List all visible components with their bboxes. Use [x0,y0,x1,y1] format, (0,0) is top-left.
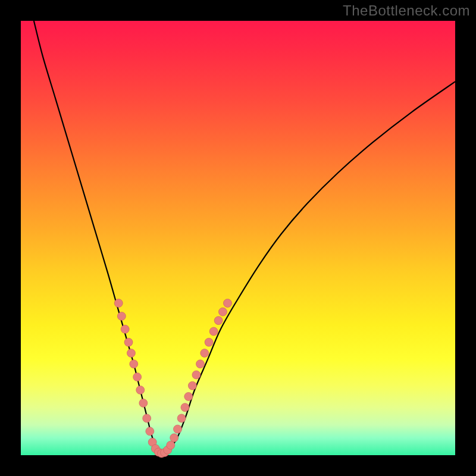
scatter-dot [124,338,133,346]
scatter-dot [184,392,193,400]
scatter-dot [139,399,148,407]
scatter-dot [214,317,223,325]
scatter-layer [114,299,231,458]
scatter-dot [205,338,213,346]
scatter-dot [121,325,129,333]
scatter-dot [170,434,178,442]
scatter-dot [218,308,227,316]
scatter-dot [174,425,182,433]
scatter-dot [196,360,204,368]
scatter-dot [117,312,126,320]
scatter-dot [143,414,151,422]
scatter-dot [133,373,142,381]
scatter-dot [114,299,123,308]
scatter-dot [167,441,175,449]
chart-frame: TheBottleneck.com [0,0,476,476]
scatter-dot [201,349,209,357]
scatter-dot [130,360,138,368]
scatter-dot [192,371,201,379]
chart-svg [21,21,455,455]
watermark-text: TheBottleneck.com [343,2,470,19]
scatter-dot [188,381,196,390]
scatter-dot [177,414,186,422]
scatter-dot [223,299,231,308]
curve-layer [34,21,455,456]
scatter-dot [181,403,189,412]
scatter-dot [127,349,135,357]
bottleneck-curve [34,21,455,456]
scatter-dot [136,386,145,394]
plot-area [21,21,455,455]
scatter-dot [146,427,154,436]
scatter-dot [209,327,218,336]
